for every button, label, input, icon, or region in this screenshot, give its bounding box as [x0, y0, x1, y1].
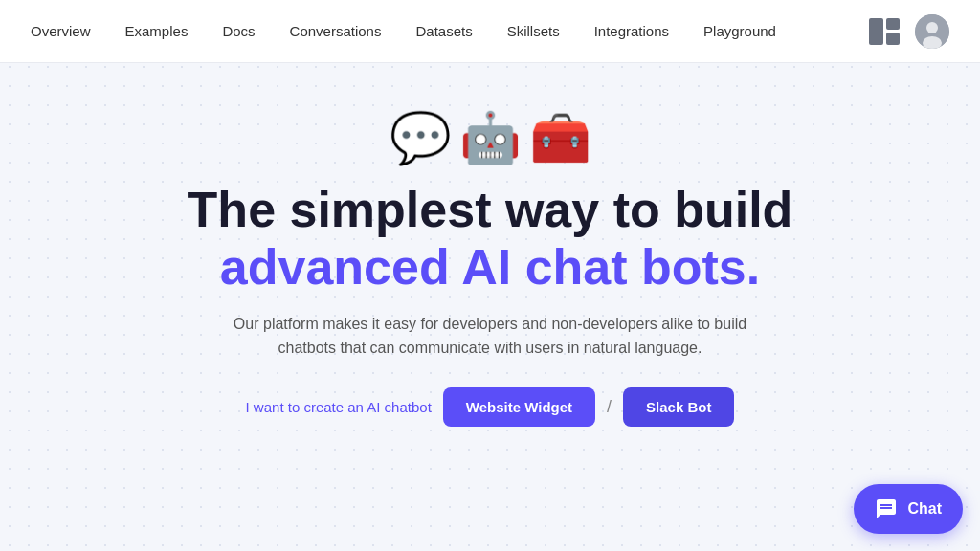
hero-title-line1: The simplest way to build [188, 182, 793, 239]
hero-section: 💬 🤖 🧰 The simplest way to build advanced… [0, 63, 980, 427]
chat-button[interactable]: Chat [854, 484, 963, 534]
nav-item-docs[interactable]: Docs [222, 23, 255, 39]
chat-button-label: Chat [907, 500, 942, 518]
nav-item-integrations[interactable]: Integrations [594, 23, 669, 39]
layout-toggle-icon[interactable] [869, 18, 900, 45]
hero-actions: I want to create an AI chatbot Website W… [246, 387, 735, 427]
website-widget-button[interactable]: Website Widget [443, 387, 595, 427]
divider-slash: / [607, 397, 612, 417]
nav-item-playground[interactable]: Playground [703, 23, 776, 39]
slack-bot-button[interactable]: Slack Bot [623, 387, 734, 427]
nav-item-skillsets[interactable]: Skillsets [507, 23, 560, 39]
hero-action-text: I want to create an AI chatbot [246, 399, 432, 415]
hero-emoji-row: 💬 🤖 🧰 [390, 113, 591, 163]
layout-cell-3 [886, 33, 901, 45]
user-avatar[interactable] [915, 14, 949, 49]
emoji-toolbox: 🧰 [529, 113, 591, 163]
emoji-robot: 🤖 [459, 113, 522, 163]
emoji-chat: 💬 [390, 113, 452, 163]
layout-cell-2 [886, 18, 901, 31]
nav-item-examples[interactable]: Examples [125, 23, 189, 39]
svg-point-1 [926, 22, 938, 33]
chat-bubble-icon [875, 497, 898, 520]
nav-item-conversations[interactable]: Conversations [290, 23, 382, 39]
layout-cell-1 [869, 18, 883, 45]
nav-item-datasets[interactable]: Datasets [415, 23, 472, 39]
nav-right [869, 14, 949, 49]
navbar: Overview Examples Docs Conversations Dat… [0, 0, 980, 63]
hero-title-line2: advanced AI chat bots. [220, 239, 760, 297]
nav-item-overview[interactable]: Overview [31, 23, 91, 39]
nav-links: Overview Examples Docs Conversations Dat… [31, 23, 776, 39]
hero-subtitle: Our platform makes it easy for developer… [222, 312, 758, 361]
